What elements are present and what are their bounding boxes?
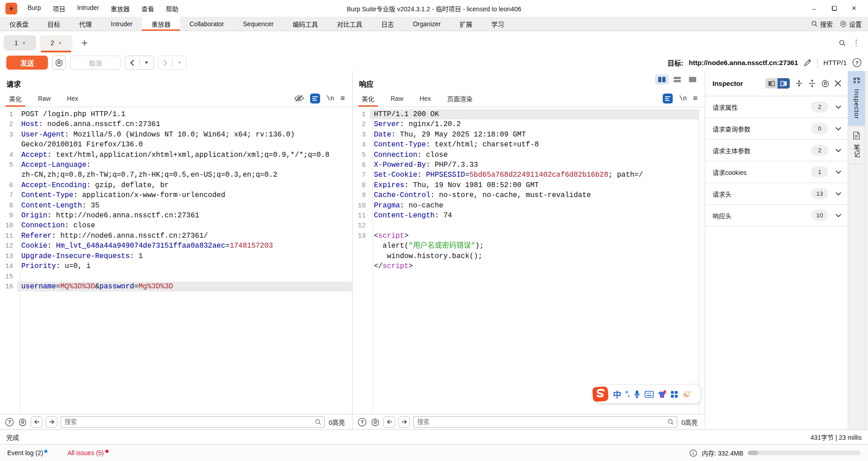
global-search-button[interactable]: 搜索 [811, 19, 833, 28]
cancel-button[interactable]: 取消 [70, 56, 121, 70]
tab-重放器[interactable]: 重放器 [142, 17, 180, 31]
sogou-logo-icon[interactable] [592, 386, 609, 403]
ime-mode-button[interactable]: 中 [613, 388, 621, 400]
pane-left-icon[interactable] [765, 78, 778, 89]
close-tab-icon[interactable]: × [59, 40, 61, 46]
keyboard-icon[interactable] [645, 391, 654, 398]
prev-match-button[interactable] [31, 416, 42, 428]
editor-menu-icon[interactable]: ≡ [693, 94, 698, 103]
menu-item-4[interactable]: 查看 [136, 4, 160, 13]
hide-eye-icon[interactable] [294, 94, 304, 102]
repeater-tab-2[interactable]: 2× [40, 35, 72, 51]
tab-仪表盘[interactable]: 仪表盘 [0, 17, 38, 31]
request-tab-美化[interactable]: 美化 [1, 90, 30, 107]
chevron-down-icon[interactable] [835, 170, 841, 174]
search-icon[interactable] [839, 39, 846, 47]
gear-icon[interactable] [821, 80, 829, 87]
tab-日志[interactable]: 日志 [372, 17, 403, 31]
history-forward-button[interactable] [158, 56, 187, 70]
response-editor[interactable]: 1HTTP/1.1 200 OK2Server: nginx/1.20.23Da… [353, 107, 705, 414]
tab-对比工具[interactable]: 对比工具 [327, 17, 372, 31]
strip-notes-tab[interactable]: 笔记 [848, 126, 865, 165]
edit-pencil-icon[interactable] [803, 58, 812, 67]
help-icon[interactable]: ? [852, 58, 862, 67]
chevron-down-icon[interactable] [835, 192, 841, 196]
editor-menu-icon[interactable]: ≡ [340, 94, 345, 103]
layout-single-icon[interactable] [686, 75, 699, 85]
inspector-section-3[interactable]: 请求cookies1 [705, 161, 848, 183]
restore-icon[interactable] [830, 5, 838, 12]
newline-toggle-icon[interactable]: \n [679, 95, 687, 102]
add-tab-button[interactable]: + [76, 37, 93, 49]
inspector-section-2[interactable]: 请求主体参数2 [705, 140, 848, 161]
inspector-section-0[interactable]: 请求属性2 [705, 96, 848, 118]
tab-Sequencer[interactable]: Sequencer [234, 17, 283, 31]
search-help-icon[interactable]: ? [5, 417, 14, 427]
more-options-icon[interactable]: ⋮ [852, 38, 860, 47]
inspector-section-5[interactable]: 响应头10 [705, 205, 848, 226]
tab-学习[interactable]: 学习 [482, 17, 514, 31]
protocol-label[interactable]: HTTP/1 [823, 59, 847, 66]
prev-match-button[interactable] [383, 416, 395, 428]
tab-Intruder[interactable]: Intruder [101, 17, 142, 31]
next-match-button[interactable] [398, 416, 410, 428]
close-tab-icon[interactable]: × [23, 40, 25, 46]
history-back-button[interactable] [125, 56, 154, 70]
menu-item-0[interactable]: Burp [22, 4, 47, 13]
search-help-icon[interactable]: ? [357, 417, 367, 427]
request-editor[interactable]: 1POST /login.php HTTP/1.12Host: node6.an… [0, 107, 352, 414]
tab-目标[interactable]: 目标 [38, 17, 70, 31]
chevron-down-icon[interactable] [835, 149, 841, 152]
apps-grid-icon[interactable] [670, 390, 678, 398]
layout-columns-icon[interactable] [655, 75, 669, 85]
all-issues-button[interactable]: All issues (5) [67, 449, 108, 456]
search-settings-icon[interactable] [18, 417, 28, 427]
skin-icon[interactable] [658, 390, 666, 398]
emoji-icon[interactable] [682, 390, 691, 399]
settings-button[interactable]: 设置 [840, 19, 862, 28]
menu-item-1[interactable]: 项目 [47, 4, 71, 13]
request-search-input[interactable] [61, 417, 324, 427]
repeater-tab-1[interactable]: 1× [4, 35, 36, 51]
collapse-all-icon[interactable] [808, 80, 816, 87]
minimize-icon[interactable]: – [810, 5, 818, 12]
tab-Collaborator[interactable]: Collaborator [180, 17, 233, 31]
response-search-input[interactable] [414, 417, 677, 427]
chevron-down-icon[interactable] [835, 105, 841, 109]
send-button[interactable]: 发送 [6, 56, 48, 70]
strip-inspector-tab[interactable]: Inspector [848, 71, 865, 126]
close-icon[interactable] [835, 80, 841, 87]
pane-right-icon[interactable] [778, 78, 790, 89]
close-icon[interactable]: × [850, 4, 858, 13]
response-tab-Raw[interactable]: Raw [382, 90, 411, 107]
inspector-section-1[interactable]: 请求查询参数0 [705, 118, 848, 140]
microphone-icon[interactable] [633, 390, 641, 398]
pretty-print-icon[interactable] [663, 94, 673, 103]
search-settings-icon[interactable] [370, 417, 380, 427]
expand-all-icon[interactable] [795, 80, 803, 87]
response-tab-Hex[interactable]: Hex [411, 90, 439, 107]
response-tab-页面渲染[interactable]: 页面渲染 [439, 90, 481, 107]
response-tab-美化[interactable]: 美化 [354, 90, 382, 107]
menu-item-3[interactable]: 重放器 [105, 4, 136, 13]
tab-扩展[interactable]: 扩展 [450, 17, 482, 31]
info-icon[interactable] [689, 449, 697, 457]
tab-编码工具[interactable]: 编码工具 [283, 17, 327, 31]
inspector-section-4[interactable]: 请求头13 [705, 183, 848, 205]
pretty-print-icon[interactable] [310, 94, 320, 103]
layout-rows-icon[interactable] [670, 75, 684, 85]
response-scrollbar[interactable] [698, 107, 705, 414]
event-log-button[interactable]: Event log (2) [7, 449, 47, 456]
tab-Organizer[interactable]: Organizer [403, 17, 450, 31]
send-settings-button[interactable] [52, 56, 66, 70]
chevron-down-icon[interactable] [835, 127, 841, 131]
menu-item-2[interactable]: Intruder [71, 4, 105, 13]
next-match-button[interactable] [46, 416, 57, 428]
request-tab-Raw[interactable]: Raw [30, 90, 59, 107]
request-tab-Hex[interactable]: Hex [59, 90, 86, 107]
menu-item-5[interactable]: 帮助 [160, 4, 184, 13]
chevron-down-icon[interactable] [835, 214, 841, 217]
newline-toggle-icon[interactable]: \n [326, 95, 334, 102]
ime-punct-button[interactable]: °, [625, 390, 629, 398]
tab-代理[interactable]: 代理 [70, 17, 101, 31]
